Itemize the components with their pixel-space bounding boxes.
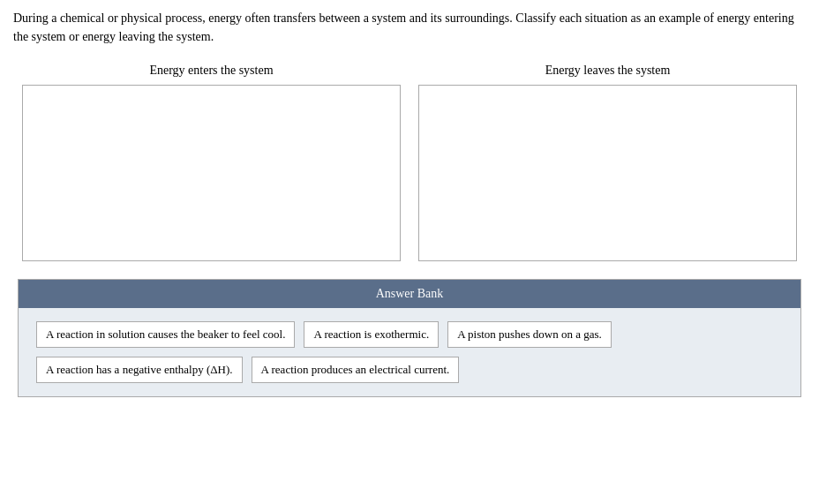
answer-bank-row-2: A reaction has a negative enthalpy (ΔH).… <box>36 357 783 383</box>
energy-enters-label: Energy enters the system <box>149 64 273 78</box>
answer-card-exothermic[interactable]: A reaction is exothermic. <box>304 321 439 348</box>
answer-card-negative-enthalpy[interactable]: A reaction has a negative enthalpy (ΔH). <box>36 357 243 383</box>
answer-card-piston[interactable]: A piston pushes down on a gas. <box>447 321 612 348</box>
answer-bank-body: A reaction in solution causes the beaker… <box>19 308 800 396</box>
answer-card-beaker-cool[interactable]: A reaction in solution causes the beaker… <box>36 321 295 348</box>
energy-enters-zone-wrapper: Energy enters the system <box>22 64 401 261</box>
answer-bank-row-1: A reaction in solution causes the beaker… <box>36 321 783 348</box>
energy-leaves-label: Energy leaves the system <box>545 64 671 78</box>
intro-text: During a chemical or physical process, e… <box>13 9 806 46</box>
drop-zones-container: Energy enters the system Energy leaves t… <box>13 64 806 261</box>
energy-leaves-drop-zone[interactable] <box>418 85 797 261</box>
answer-bank-header: Answer Bank <box>19 280 800 308</box>
energy-enters-drop-zone[interactable] <box>22 85 401 261</box>
energy-leaves-zone-wrapper: Energy leaves the system <box>418 64 797 261</box>
answer-bank-container: Answer Bank A reaction in solution cause… <box>18 279 801 397</box>
answer-card-electrical-current[interactable]: A reaction produces an electrical curren… <box>252 357 460 383</box>
